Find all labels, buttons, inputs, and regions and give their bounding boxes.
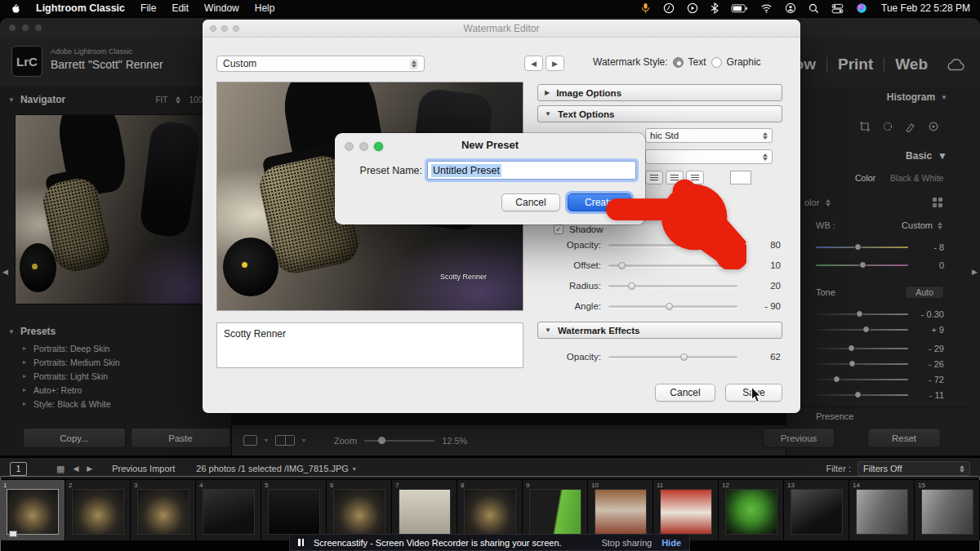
slider-value[interactable]: 10 [755,260,782,270]
minimize-window-button[interactable] [221,25,228,32]
play-circle-icon[interactable] [687,2,698,14]
apple-icon[interactable] [10,2,20,15]
stop-sharing-button[interactable]: Stop sharing [601,538,652,548]
auto-tone-button[interactable]: Auto [905,286,944,299]
spotlight-search-icon[interactable] [808,3,819,14]
temp-slider[interactable]: - 8 [786,240,980,255]
slider-track[interactable] [816,313,908,315]
filmstrip-cell[interactable]: 8 [457,480,523,540]
mask-tool-icon[interactable] [928,121,939,132]
photo-thumbnail[interactable] [203,489,255,535]
watermark-preset-select[interactable]: Custom [216,56,425,72]
disclosure-triangle-icon[interactable]: ▼ [8,328,15,335]
previous-image-button[interactable]: ◀ [524,56,543,71]
slider-track[interactable] [608,356,737,358]
slider-thumb[interactable] [848,344,855,352]
slider-value[interactable]: 62 [755,352,782,362]
photo-thumbnail[interactable] [725,489,777,535]
photo-thumbnail[interactable] [7,489,59,535]
siri-icon[interactable] [856,2,867,14]
disclosure-down-icon[interactable]: ▼ [545,327,551,334]
blacks-slider[interactable]: - 11 [786,388,980,402]
filmstrip-cell[interactable]: 1 [0,480,65,540]
disclosure-right-icon[interactable]: ▶ [545,89,550,96]
watermark-effects-section[interactable]: ▼ Watermark Effects [537,322,782,339]
watermark-text-input[interactable]: Scotty Renner [216,322,523,368]
slider-thumb[interactable] [862,326,870,333]
expand-arrow-icon[interactable]: ▸ [23,372,26,380]
hide-banner-button[interactable]: Hide [662,538,681,548]
photo-thumbnail[interactable] [660,489,712,535]
next-image-button[interactable]: ▶ [546,56,564,71]
preset-item[interactable]: ▸ Auto+: Retro [0,383,231,397]
shadow-checkbox[interactable]: ✓ [554,224,564,234]
user-account-icon[interactable] [785,2,796,14]
menu-file[interactable]: File [140,2,156,14]
caret-icon[interactable]: ▾ [265,437,268,444]
expand-arrow-icon[interactable]: ▸ [23,400,26,407]
zoom-slider[interactable] [364,440,434,442]
photo-thumbnail[interactable] [72,489,124,535]
text-options-section[interactable]: ▼ Text Options [537,105,782,122]
preset-name-input[interactable]: Untitled Preset [427,161,636,180]
close-window-button[interactable] [9,24,16,31]
cancel-button[interactable]: Cancel [501,193,560,211]
navigator-preview[interactable] [15,114,219,304]
slider-thumb[interactable] [628,282,635,290]
photo-thumbnail[interactable] [333,489,385,535]
text-radio[interactable] [673,57,684,68]
preset-item[interactable]: ▸ Portraits: Light Skin [0,369,231,383]
source-indicator[interactable]: Previous Import [112,464,175,473]
previous-button[interactable]: Previous [763,428,835,448]
treatment-bw[interactable]: Black & White [890,173,943,183]
filmstrip-cell[interactable]: 9 [523,480,588,540]
exposure-slider[interactable]: - 0.30 [786,307,980,322]
slider-thumb[interactable] [856,310,863,318]
filmstrip-cell[interactable]: 12 [719,480,784,540]
preset-item[interactable]: ▸ Portraits: Deep Skin [0,341,231,355]
photo-thumbnail[interactable] [595,489,647,535]
filmstrip-cell[interactable]: 4 [196,480,261,540]
slider-track[interactable] [816,348,908,349]
loupe-view-icon[interactable] [243,435,257,446]
preset-item[interactable]: ▸ Style: Black & White [0,397,231,411]
module-print[interactable]: Print [838,56,873,73]
filmstrip-cell[interactable]: 15 [915,480,980,540]
reset-button[interactable]: Reset [867,428,941,448]
shadows-slider[interactable]: - 26 [786,357,980,371]
histogram-header[interactable]: Histogram ▼ [786,91,980,103]
cloud-sync-icon[interactable] [946,59,965,72]
slider-thumb[interactable] [854,243,862,251]
graphic-radio[interactable] [711,57,722,68]
image-options-section[interactable]: ▶ Image Options [537,84,782,101]
slider-thumb[interactable] [833,375,840,383]
text-radio-label[interactable]: Text [688,56,706,68]
stepper-icon[interactable] [176,96,180,104]
control-center-icon[interactable] [831,3,844,14]
microphone-icon[interactable] [640,2,651,14]
filmstrip-cell[interactable]: 13 [784,480,849,540]
collapse-right-panel-icon[interactable]: ▶ [972,268,978,276]
filmstrip-cell[interactable]: 11 [653,480,719,540]
primary-window-button[interactable]: 1 [10,462,27,476]
slider-thumb[interactable] [680,353,688,361]
photo-thumbnail[interactable] [856,489,908,535]
adobe-cc-icon[interactable] [663,2,675,14]
disclosure-triangle-icon[interactable]: ▼ [941,94,947,101]
photo-thumbnail[interactable] [268,489,320,535]
stepper-icon[interactable] [960,465,964,473]
graphic-radio-label[interactable]: Graphic [727,56,761,68]
font-select[interactable]: hic Std [645,128,773,143]
compare-view-icon[interactable] [275,435,295,446]
contrast-slider[interactable]: + 9 [786,322,980,337]
photo-thumbnail[interactable] [921,489,973,535]
previous-photo-icon[interactable]: ◀ [73,464,78,473]
photo-thumbnail[interactable] [464,489,516,535]
slider-track[interactable] [608,285,737,287]
module-web[interactable]: Web [895,56,928,73]
slider-track[interactable] [608,305,737,308]
slider-value[interactable]: - 90 [755,301,782,311]
collapse-left-panel-icon[interactable]: ◀ [2,268,8,276]
copy-button[interactable]: Copy... [23,428,126,448]
paste-button[interactable]: Paste [131,428,230,448]
